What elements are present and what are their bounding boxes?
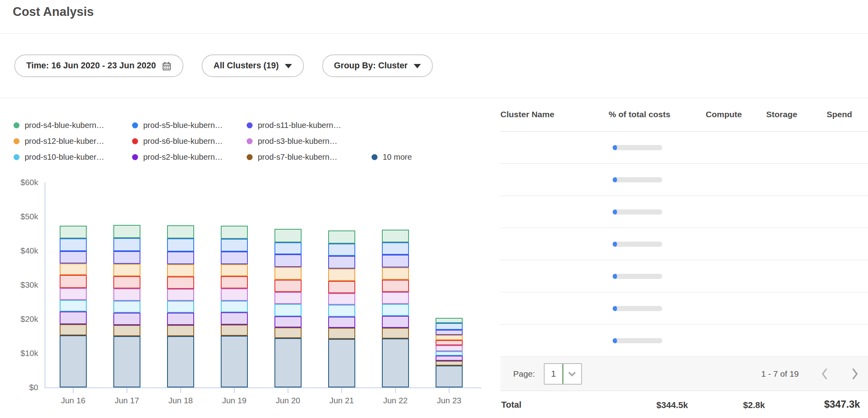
bar-segment[interactable] [60, 312, 87, 324]
bar-segment[interactable] [436, 323, 463, 329]
bar-segment[interactable] [274, 316, 302, 327]
legend-item[interactable]: prod-s7-blue-kubern… [247, 153, 372, 162]
bar-segment[interactable] [60, 263, 87, 275]
legend-item[interactable]: prod-s4-blue-kubern… [14, 121, 132, 130]
bar-segment[interactable] [113, 313, 140, 325]
bar-segment[interactable] [167, 252, 194, 264]
bar-segment[interactable] [436, 361, 463, 366]
clusters-filter-dropdown[interactable]: All Clusters (19) [202, 54, 304, 77]
previous-page-button[interactable] [819, 366, 831, 382]
bar-segment[interactable] [167, 277, 194, 289]
bar-segment[interactable] [113, 325, 140, 336]
bar-segment[interactable] [167, 225, 194, 238]
stacked-bar-jun-18[interactable] [167, 225, 194, 387]
legend-item[interactable]: prod-s10-blue-kuber… [14, 153, 132, 162]
bar-segment[interactable] [221, 301, 248, 312]
bar-segment[interactable] [274, 280, 302, 292]
bar-segment[interactable] [382, 316, 409, 327]
bar-segment[interactable] [167, 264, 194, 277]
bar-segment[interactable] [328, 269, 355, 281]
bar-segment[interactable] [221, 325, 248, 336]
bar-segment[interactable] [274, 229, 302, 242]
bar-segment[interactable] [60, 288, 87, 300]
stacked-bar-jun-21[interactable] [328, 230, 355, 387]
bar-segment[interactable] [60, 324, 87, 335]
bar-segment[interactable] [60, 226, 87, 238]
bar-segment[interactable] [274, 267, 302, 280]
bar-segment[interactable] [113, 251, 140, 264]
bar-segment[interactable] [382, 230, 409, 243]
bar-segment[interactable] [382, 255, 409, 267]
bar-segment[interactable] [113, 336, 140, 387]
bar-segment[interactable] [328, 244, 355, 256]
bar-segment[interactable] [113, 225, 140, 238]
stacked-bar-jun-16[interactable] [60, 226, 87, 387]
bar-segment[interactable] [382, 292, 409, 304]
bar-segment[interactable] [436, 330, 463, 335]
legend-item-more[interactable]: 10 more [372, 153, 412, 162]
bar-segment[interactable] [328, 339, 355, 387]
time-range-filter[interactable]: Time: 16 Jun 2020 - 23 Jun 2020 [14, 54, 183, 77]
bar-segment[interactable] [221, 264, 248, 276]
bar-segment[interactable] [382, 328, 409, 339]
bar-segment[interactable] [328, 281, 355, 293]
bar-segment[interactable] [167, 313, 194, 325]
bar-segment[interactable] [113, 276, 140, 289]
bar-segment[interactable] [221, 226, 248, 239]
page-select[interactable]: 1 [544, 363, 582, 385]
bar-segment[interactable] [60, 275, 87, 288]
bar-segment[interactable] [167, 301, 194, 312]
bar-segment[interactable] [274, 242, 302, 254]
bar-segment[interactable] [328, 293, 355, 305]
bar-segment[interactable] [113, 288, 140, 300]
legend-item[interactable]: prod-s5-blue-kubern… [132, 121, 247, 130]
bar-segment[interactable] [113, 238, 140, 251]
bar-segment[interactable] [328, 328, 355, 339]
stacked-bar-jun-22[interactable] [382, 230, 409, 387]
bar-segment[interactable] [60, 335, 87, 387]
bar-segment[interactable] [382, 339, 409, 387]
stacked-bar-jun-20[interactable] [274, 229, 302, 387]
bar-segment[interactable] [274, 304, 302, 316]
bar-segment[interactable] [167, 238, 194, 252]
bar-segment[interactable] [60, 251, 87, 263]
bar-segment[interactable] [436, 345, 463, 351]
bar-segment[interactable] [167, 336, 194, 387]
stacked-bar-jun-17[interactable] [113, 225, 140, 387]
bar-segment[interactable] [274, 254, 302, 267]
bar-segment[interactable] [328, 256, 355, 269]
bar-segment[interactable] [328, 230, 355, 244]
next-page-button[interactable] [849, 366, 861, 382]
stacked-bar-jun-19[interactable] [221, 226, 248, 387]
bar-segment[interactable] [436, 351, 463, 356]
bar-segment[interactable] [274, 338, 302, 387]
legend-item[interactable]: prod-s2-blue-kubern… [132, 153, 247, 162]
bar-segment[interactable] [328, 317, 355, 328]
bar-segment[interactable] [328, 305, 355, 317]
bar-segment[interactable] [436, 318, 463, 323]
bar-segment[interactable] [436, 340, 463, 345]
bar-segment[interactable] [382, 304, 409, 316]
bar-segment[interactable] [113, 301, 140, 313]
bar-segment[interactable] [221, 288, 248, 300]
bar-segment[interactable] [60, 300, 87, 312]
bar-segment[interactable] [221, 239, 248, 252]
legend-item[interactable]: prod-s12-blue-kuber… [14, 137, 132, 146]
bar-segment[interactable] [60, 238, 87, 251]
bar-segment[interactable] [436, 335, 463, 341]
bar-segment[interactable] [221, 336, 248, 387]
bar-segment[interactable] [436, 366, 463, 387]
legend-item[interactable]: prod-s11-blue-kubern… [247, 121, 372, 130]
bar-segment[interactable] [436, 356, 463, 361]
bar-segment[interactable] [221, 276, 248, 289]
bar-segment[interactable] [113, 264, 140, 276]
bar-segment[interactable] [274, 327, 302, 339]
group-by-dropdown[interactable]: Group By: Cluster [322, 54, 433, 77]
legend-item[interactable]: prod-s6-blue-kubern… [132, 137, 247, 146]
bar-segment[interactable] [382, 242, 409, 255]
stacked-bar-jun-23[interactable] [436, 318, 463, 387]
bar-segment[interactable] [382, 267, 409, 280]
bar-segment[interactable] [221, 252, 248, 264]
bar-segment[interactable] [167, 325, 194, 336]
legend-item[interactable]: prod-s3-blue-kubern… [247, 137, 372, 146]
